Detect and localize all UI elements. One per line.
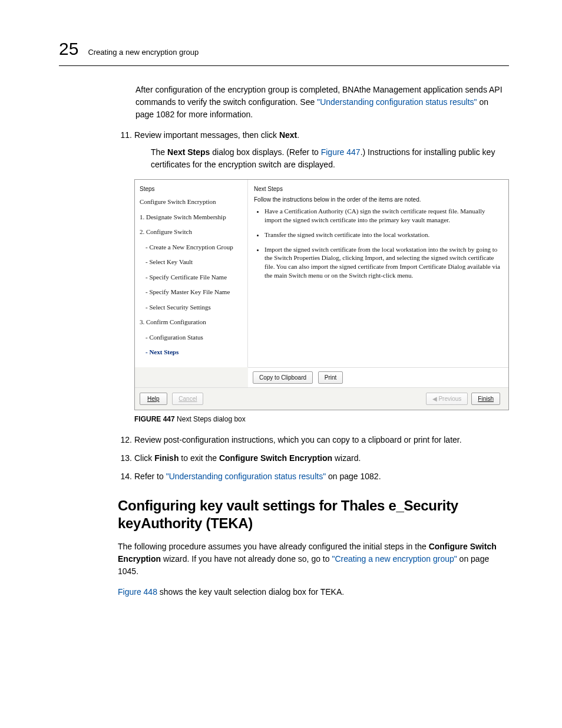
text: Refer to	[134, 472, 166, 481]
text: wizard.	[332, 453, 361, 463]
bold-text: Configure Switch Encryption	[219, 453, 332, 463]
step-text: Refer to "Understanding configuration st…	[134, 472, 381, 481]
step-number: 12.	[118, 434, 132, 446]
wizard-steps-list: Configure Switch Encryption 1. Designate…	[140, 197, 244, 357]
link-figure-447[interactable]: Figure 447	[321, 147, 361, 157]
instruction-bullets: Have a Certification Authority (CA) sign…	[265, 207, 503, 280]
step-number: 13.	[118, 452, 132, 465]
step-text: Review important messages, then click Ne…	[134, 130, 299, 140]
steps-pane: Steps Configure Switch Encryption 1. Des…	[135, 180, 248, 367]
wizard-step: - Specify Master Key File Name	[140, 287, 244, 297]
step-11: 11. Review important messages, then clic…	[118, 129, 509, 424]
section-heading: Configuring key vault settings for Thale…	[118, 497, 509, 532]
chapter-number: 25	[59, 35, 78, 62]
bullet-item: Have a Certification Authority (CA) sign…	[265, 207, 503, 225]
running-header: 25 Creating a new encryption group	[59, 35, 509, 66]
figure-title: Next Steps dialog box	[175, 415, 246, 423]
text: The following procedure assumes you have…	[118, 542, 429, 551]
wizard-step: 2. Configure Switch	[140, 227, 244, 237]
step-12: 12. Review post-configuration instructio…	[118, 434, 509, 446]
step-13: 13. Click Finish to exit the Configure S…	[118, 452, 509, 465]
print-button[interactable]: Print	[318, 371, 343, 384]
wizard-step: Configure Switch Encryption	[140, 197, 244, 207]
help-button[interactable]: Help	[140, 393, 167, 405]
instruction-text: Follow the instructions below in the ord…	[254, 196, 503, 203]
copy-to-clipboard-button[interactable]: Copy to Clipboard	[253, 371, 313, 384]
wizard-step: - Configuration Status	[140, 332, 244, 342]
step-number: 11.	[118, 129, 132, 141]
text: wizard. If you have not already done so,…	[161, 554, 332, 564]
text: dialog box displays. (Refer to	[210, 147, 320, 157]
section-block: Configuring key vault settings for Thale…	[118, 497, 509, 598]
bold-text: Finish	[154, 453, 178, 463]
step-text: Review post-configuration instructions, …	[134, 435, 462, 444]
pane-title: Steps	[140, 185, 244, 193]
wizard-step-current: - Next Steps	[140, 347, 244, 357]
bullet-item: Transfer the signed switch certificate i…	[265, 230, 503, 239]
text: Previous	[438, 396, 461, 402]
text: Review important messages, then click	[134, 130, 279, 140]
link-creating-group[interactable]: "Creating a new encryption group"	[332, 554, 457, 564]
figure-label: FIGURE 447	[134, 415, 175, 423]
bold-text: Next	[279, 130, 297, 140]
wizard-step: - Specify Certificate File Name	[140, 272, 244, 282]
text: to exit the	[178, 453, 219, 463]
intro-paragraph: After configuration of the encryption gr…	[135, 84, 509, 121]
next-steps-dialog: Steps Configure Switch Encryption 1. Des…	[134, 179, 509, 410]
previous-button: ◀ Previous	[426, 393, 468, 405]
document-page: 25 Creating a new encryption group After…	[0, 0, 562, 666]
wizard-step: 3. Confirm Configuration	[140, 317, 244, 327]
pane-title: Next Steps	[254, 185, 503, 193]
link-figure-448[interactable]: Figure 448	[118, 587, 157, 597]
next-steps-pane: Next Steps Follow the instructions below…	[248, 180, 508, 367]
step-11-sub: The Next Steps dialog box displays. (Ref…	[151, 146, 509, 171]
text: Click	[134, 453, 154, 463]
ordered-steps: 11. Review important messages, then clic…	[118, 129, 509, 483]
step-text: Click Finish to exit the Configure Switc…	[134, 453, 361, 463]
wizard-footer: Help Cancel ◀ Previous Finish	[135, 387, 508, 410]
wizard-step: - Create a New Encryption Group	[140, 242, 244, 252]
text: .	[297, 130, 299, 140]
text: shows the key vault selection dialog box…	[157, 587, 344, 597]
cancel-button[interactable]: Cancel	[172, 393, 203, 405]
bullet-item: Import the signed switch certificate fro…	[265, 245, 503, 280]
body-column: After configuration of the encryption gr…	[135, 84, 509, 121]
chapter-title: Creating a new encryption group	[88, 47, 199, 58]
step-14: 14. Refer to "Understanding configuratio…	[118, 470, 509, 483]
action-button-row: Copy to Clipboard Print	[248, 367, 508, 387]
text: The	[151, 147, 167, 157]
finish-button[interactable]: Finish	[471, 393, 500, 405]
wizard-step: - Select Key Vault	[140, 257, 244, 267]
section-paragraph: Figure 448 shows the key vault selection…	[118, 586, 509, 598]
link-config-status[interactable]: "Understanding configuration status resu…	[166, 472, 326, 481]
wizard-step: - Select Security Settings	[140, 302, 244, 312]
figure-caption: FIGURE 447 Next Steps dialog box	[134, 414, 509, 424]
text: on page 1082.	[326, 472, 381, 481]
wizard-step: 1. Designate Switch Membership	[140, 212, 244, 222]
link-config-status[interactable]: "Understanding configuration status resu…	[317, 97, 477, 107]
step-number: 14.	[118, 470, 132, 483]
bold-text: Next Steps	[167, 147, 210, 157]
section-paragraph: The following procedure assumes you have…	[118, 541, 509, 578]
